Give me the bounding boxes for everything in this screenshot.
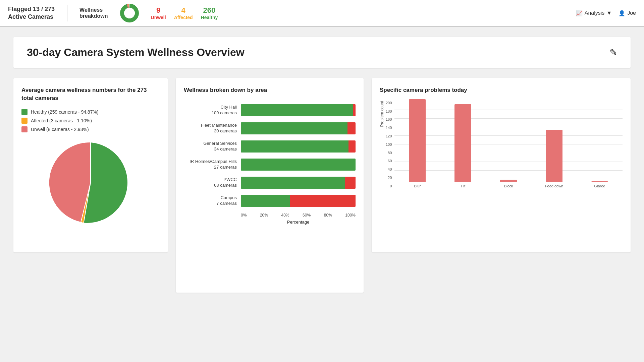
vbar-fill (454, 104, 471, 182)
vbar-item: Glared (580, 181, 620, 188)
healthy-stat: 260 Healthy (201, 6, 218, 20)
vbar-y-label: Problem count (380, 101, 384, 127)
unwell-label: Unwell (151, 15, 166, 20)
vbar-y-axis-container: Problem count (380, 101, 384, 127)
active-cameras-label: Active Cameras (8, 13, 55, 21)
vbar-y-tick: 60 (386, 159, 392, 163)
vbar-y-ticks: 200180160140120100806040200 (386, 101, 392, 188)
bar-row: Fleet Maintenance30 cameras (184, 122, 356, 134)
bar-track (241, 195, 356, 207)
vbars-row: BlurTiltBlockFeed downGlared (394, 101, 623, 188)
vbar-inner: 200180160140120100806040200 BlurTiltBloc… (386, 101, 623, 188)
bar-seg-unwell (348, 140, 356, 153)
main-content: 30-day Camera System Wellness Overview ✎… (0, 27, 644, 303)
vbar-y-tick: 160 (386, 117, 392, 121)
user-icon: 👤 (619, 10, 625, 16)
bar-label: IR Holmes/Campus Hills27 cameras (184, 159, 241, 170)
vbar-item: Block (488, 180, 529, 188)
vbar-y-tick: 120 (386, 134, 392, 138)
vbar-bars-area: BlurTiltBlockFeed downGlared (394, 101, 623, 188)
pie-card-title: Average camera wellness numbers for the … (21, 86, 160, 102)
bar-label: Fleet Maintenance30 cameras (184, 123, 241, 134)
bar-label: City Hall109 cameras (184, 105, 241, 116)
vbar-xlabel: Blur (414, 184, 421, 188)
vbar-y-tick: 80 (386, 151, 392, 155)
healthy-label: Healthy (201, 15, 218, 20)
bar-row: Campus7 cameras (184, 195, 356, 207)
vbar-y-tick: 40 (386, 167, 392, 171)
svg-point-3 (124, 8, 135, 18)
bar-label: PWCC68 cameras (184, 177, 241, 188)
analysis-button[interactable]: 📈 Analysis ▼ (576, 10, 612, 16)
edit-icon[interactable]: ✎ (609, 47, 617, 58)
legend-affected-box (21, 118, 28, 124)
legend-unwell-box (21, 126, 28, 132)
bar-seg-healthy (241, 122, 347, 134)
bar-row: City Hall109 cameras (184, 104, 356, 116)
vbar-item: Feed down (534, 130, 574, 188)
affected-count: 4 (181, 6, 185, 15)
bar-row: IR Holmes/Campus Hills27 cameras (184, 159, 356, 171)
bar-chart: City Hall109 camerasFleet Maintenance30 … (184, 101, 356, 207)
legend-healthy-label: Healthy (259 cameras - 94.87%) (31, 109, 99, 115)
vbar-y-tick: 200 (386, 101, 392, 105)
vbar-y-tick: 20 (386, 176, 392, 180)
legend-healthy-box (21, 109, 28, 115)
bar-card-title: Wellness broken down by area (184, 86, 356, 94)
header-stats: 9 Unwell 4 Affected 260 Healthy (151, 6, 218, 20)
vbar-item: Blur (397, 99, 437, 188)
flagged-info: Flagged 13 / 273 Active Cameras (8, 5, 55, 21)
legend-healthy: Healthy (259 cameras - 94.87%) (21, 109, 160, 115)
vbar-item: Tilt (443, 104, 483, 188)
bar-seg-healthy (241, 159, 356, 171)
wellness-breakdown-label: Wellnessbreakdown (79, 7, 108, 19)
vbar-xlabel: Feed down (545, 184, 563, 188)
user-button[interactable]: 👤 Joe (619, 10, 636, 16)
x-axis-row: 0% 20% 40% 60% 80% 100% (184, 213, 356, 218)
pie-legend: Healthy (259 cameras - 94.87%) Affected … (21, 109, 160, 132)
bar-seg-unwell (353, 104, 356, 116)
header: Flagged 13 / 273 Active Cameras Wellness… (0, 0, 644, 27)
legend-unwell-label: Unwell (8 cameras - 2.93%) (31, 127, 89, 132)
bar-row: PWCC68 cameras (184, 177, 356, 189)
vbar-fill (500, 180, 517, 182)
bar-seg-unwell (345, 177, 356, 189)
affected-stat: 4 Affected (174, 6, 193, 20)
bar-seg-unwell (290, 195, 356, 207)
title-card: 30-day Camera System Wellness Overview ✎ (13, 37, 631, 68)
vbar-chart-wrapper: Problem count 20018016014012010080604020… (380, 101, 623, 188)
vbar-fill (409, 99, 426, 182)
cards-row: Average camera wellness numbers for the … (13, 78, 631, 293)
analysis-icon: 📈 (576, 10, 583, 16)
bar-track (241, 159, 356, 171)
legend-affected: Affected (3 cameras - 1.10%) (21, 118, 160, 124)
bar-card: Wellness broken down by area City Hall10… (176, 78, 364, 293)
vbar-y-tick: 140 (386, 126, 392, 130)
unwell-count: 9 (156, 6, 160, 15)
vbar-fill (546, 130, 562, 182)
vbar-xlabel: Glared (594, 184, 605, 188)
bar-seg-healthy (241, 177, 345, 189)
x-axis-title: Percentage (184, 220, 356, 225)
vbar-xlabel: Block (504, 184, 513, 188)
bar-track (241, 122, 356, 134)
header-left: Flagged 13 / 273 Active Cameras Wellness… (8, 4, 218, 22)
bar-label: Campus7 cameras (184, 195, 241, 206)
pie-chart (21, 139, 160, 226)
bar-track (241, 140, 356, 153)
healthy-count: 260 (203, 6, 216, 15)
vbar-y-tick: 0 (386, 184, 392, 188)
x-axis-labels: 0% 20% 40% 60% 80% 100% (241, 213, 356, 218)
legend-unwell: Unwell (8 cameras - 2.93%) (21, 126, 160, 132)
bar-seg-healthy (241, 195, 290, 207)
bar-row: General Services34 cameras (184, 140, 356, 153)
vbar-y-tick: 100 (386, 142, 392, 146)
affected-label: Affected (174, 15, 193, 20)
pie-card: Average camera wellness numbers for the … (13, 78, 168, 252)
page-title: 30-day Camera System Wellness Overview (27, 46, 245, 59)
legend-affected-label: Affected (3 cameras - 1.10%) (31, 118, 92, 123)
vbar-fill (591, 181, 608, 182)
bar-track (241, 104, 356, 116)
bar-seg-unwell (347, 122, 356, 134)
vbar-card-title: Specific camera problems today (380, 86, 623, 94)
